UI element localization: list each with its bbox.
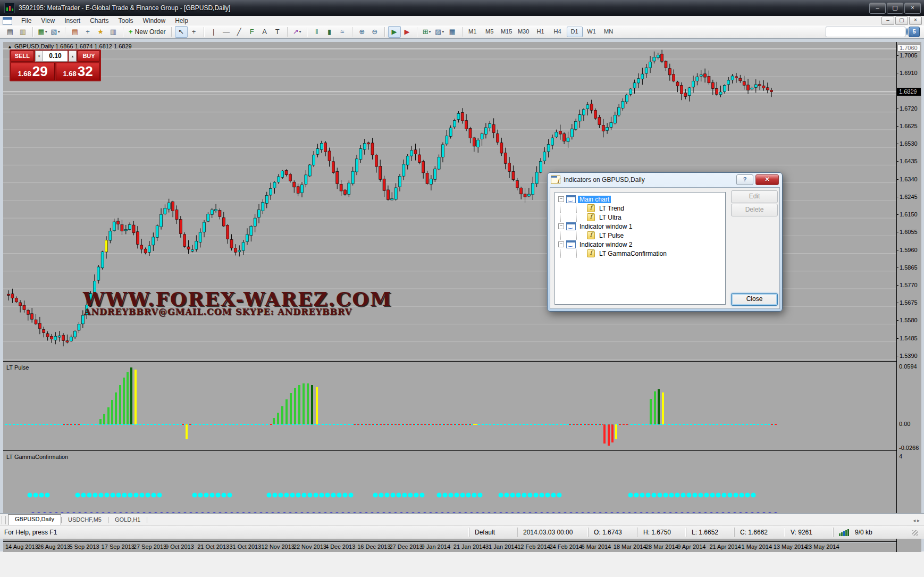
menu-item-tools[interactable]: Tools xyxy=(114,16,138,25)
cursor-icon[interactable]: ↖ xyxy=(175,26,188,38)
price-tick: 1.5485 xyxy=(900,335,918,341)
chart-window-system-icon[interactable] xyxy=(3,17,12,25)
time-axis[interactable]: 14 Aug 201326 Aug 20135 Sep 201317 Sep 2… xyxy=(3,542,896,552)
trendline-icon-glyph: ╱ xyxy=(237,28,241,36)
text-icon[interactable]: A xyxy=(258,26,271,38)
timeframe-m30[interactable]: M30 xyxy=(516,27,532,37)
market-watch-icon[interactable]: ▤ xyxy=(69,26,81,38)
menu-item-help[interactable]: Help xyxy=(170,16,193,25)
buy-button[interactable]: BUY xyxy=(78,51,100,62)
menu-item-charts[interactable]: Charts xyxy=(85,16,113,25)
zoom-out-icon[interactable]: ⊖ xyxy=(368,26,381,38)
vertical-line-icon[interactable]: | xyxy=(207,26,220,38)
candlestick-chart-icon[interactable]: ▮ xyxy=(323,26,336,38)
timeframe-h4[interactable]: H4 xyxy=(550,27,566,37)
resize-grip[interactable] xyxy=(910,528,919,537)
dialog-title-bar[interactable]: Indicators on GBPUSD,Daily ? ✕ xyxy=(548,173,782,187)
shapes-icon[interactable]: ↗▾ xyxy=(291,26,304,38)
tree-expander-icon[interactable]: − xyxy=(558,223,564,229)
dialog-close-icon[interactable]: ✕ xyxy=(755,174,779,185)
new-order-button[interactable]: + New Order xyxy=(125,26,170,38)
search-input[interactable] xyxy=(826,28,906,36)
edit-button[interactable]: Edit xyxy=(731,190,778,203)
tree-item-lt-ultra[interactable]: fLT Ultra xyxy=(555,213,725,222)
mdi-restore-button[interactable]: ▢ xyxy=(895,16,908,25)
community-notifications-icon[interactable]: 5 xyxy=(909,27,920,37)
tab-gold-h1[interactable]: GOLD,H1 xyxy=(108,515,147,525)
tree-expander-icon[interactable]: − xyxy=(558,241,564,247)
dropdown-caret-icon: ▾ xyxy=(45,29,47,34)
timeframe-m5[interactable]: M5 xyxy=(482,27,498,37)
sell-button[interactable]: SELL xyxy=(11,51,34,62)
indicators-tree[interactable]: −Main chartfLT TrendfLT Ultra−Indicator … xyxy=(555,192,726,305)
chart-template-icon[interactable]: ▨▾ xyxy=(433,26,446,38)
status-profile[interactable]: Default xyxy=(469,528,517,537)
timeframe-h1[interactable]: H1 xyxy=(533,27,549,37)
profiles-icon[interactable]: ▧▾ xyxy=(49,26,62,38)
close-button[interactable]: × xyxy=(904,3,921,14)
print-preview-icon[interactable]: ▥ xyxy=(16,26,29,38)
timeframe-m1[interactable]: M1 xyxy=(465,27,481,37)
lt-pulse-panel[interactable]: LT Pulse xyxy=(3,363,896,451)
indicators-add-icon[interactable]: ⊞▾ xyxy=(421,26,433,38)
volume-input[interactable]: 0.10 xyxy=(43,51,68,62)
price-tick: 1.6815 xyxy=(900,87,918,94)
menu-item-window[interactable]: Window xyxy=(138,16,171,25)
bar-chart-icon[interactable]: ‖ xyxy=(310,26,323,38)
tabs-gripper[interactable] xyxy=(2,516,6,524)
close-dialog-button[interactable]: Close xyxy=(731,293,778,306)
horizontal-line-icon[interactable]: — xyxy=(220,26,233,38)
maximize-button[interactable]: ▢ xyxy=(887,3,903,14)
menu-item-view[interactable]: View xyxy=(36,16,60,25)
ask-price-display[interactable]: 1.68 32 xyxy=(56,63,100,80)
price-axis[interactable]: 1.7060 1.6829 1.70051.69101.68151.67201.… xyxy=(896,42,921,552)
tab-usdchf-m5[interactable]: USDCHF,M5 xyxy=(62,515,108,525)
tree-item-lt-pulse[interactable]: fLT Pulse xyxy=(555,231,725,240)
tree-item-indicator-window-1[interactable]: −Indicator window 1 xyxy=(555,222,725,231)
delete-button[interactable]: Delete xyxy=(731,204,778,216)
timeframe-w1[interactable]: W1 xyxy=(584,27,600,37)
menu-item-file[interactable]: File xyxy=(16,16,36,25)
dialog-help-button[interactable]: ? xyxy=(736,174,753,185)
timeframe-group: M1M5M15M30H1H4D1W1MN xyxy=(464,27,617,37)
zoom-in-icon[interactable]: ⊕ xyxy=(356,26,368,38)
menu-item-insert[interactable]: Insert xyxy=(60,16,85,25)
timeframe-d1[interactable]: D1 xyxy=(567,27,583,37)
minimize-button[interactable]: – xyxy=(869,3,886,14)
tree-item-main-chart[interactable]: −Main chart xyxy=(555,195,725,204)
timeframe-m15[interactable]: M15 xyxy=(499,27,515,37)
volume-up-stepper[interactable]: ▴ xyxy=(69,51,77,62)
toolbar-group: ▤▥ xyxy=(2,26,31,38)
volume-down-stepper[interactable]: ▾ xyxy=(35,51,43,62)
tree-item-label: Indicator window 2 xyxy=(578,241,634,248)
search-box[interactable] xyxy=(826,27,905,37)
autoscroll-icon[interactable]: ▶ xyxy=(388,26,401,38)
tree-item-label: Indicator window 1 xyxy=(578,223,634,230)
zoom-in-icon-glyph: ⊕ xyxy=(359,28,365,36)
collapse-chart-icon[interactable]: ▲ xyxy=(7,44,12,49)
search-icon[interactable] xyxy=(906,28,908,35)
label-icon[interactable]: T xyxy=(271,26,284,38)
tree-item-lt-trend[interactable]: fLT Trend xyxy=(555,204,725,213)
timeframe-mn[interactable]: MN xyxy=(601,27,617,37)
tree-item-lt-gammaconfirmation[interactable]: fLT GammaConfirmation xyxy=(555,249,725,258)
line-chart-icon[interactable]: ≈ xyxy=(336,26,349,38)
navigator-icon[interactable]: ★ xyxy=(94,26,107,38)
fibonacci-icon[interactable]: F xyxy=(246,26,258,38)
trendline-icon[interactable]: ╱ xyxy=(233,26,246,38)
tree-expander-icon[interactable]: − xyxy=(558,196,564,202)
tab-scroll-arrows[interactable]: ◂ ▸ xyxy=(913,517,920,523)
mdi-close-button[interactable]: × xyxy=(909,16,922,25)
crosshair-icon[interactable]: + xyxy=(188,26,200,38)
bid-price-display[interactable]: 1.68 29 xyxy=(11,63,55,80)
chart-shift-icon[interactable]: ▶ xyxy=(401,26,414,38)
dropdown-caret-icon: ▾ xyxy=(58,29,60,34)
tab-gbpusd-daily[interactable]: GBPUSD,Daily xyxy=(8,514,61,525)
data-window-icon[interactable]: + xyxy=(81,26,94,38)
tile-windows-icon[interactable]: ▦ xyxy=(446,26,459,38)
terminal-icon[interactable]: ▥ xyxy=(107,26,120,38)
mdi-minimize-button[interactable]: – xyxy=(881,16,894,25)
print-icon[interactable]: ▤ xyxy=(4,26,16,38)
tree-item-indicator-window-2[interactable]: −Indicator window 2 xyxy=(555,240,725,249)
new-chart-icon[interactable]: ▦▾ xyxy=(36,26,49,38)
